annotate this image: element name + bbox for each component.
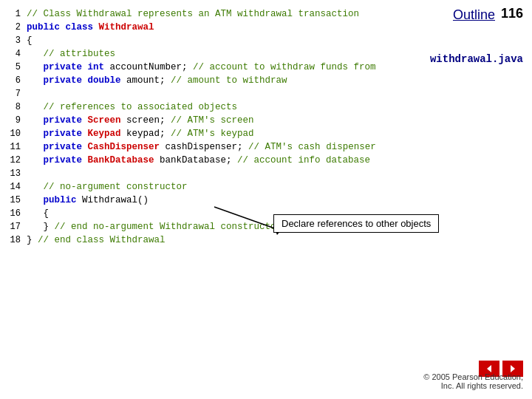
annotation-label: Declare references to other objects <box>273 214 439 233</box>
footer-line1: © 2005 Pearson Education, <box>423 372 523 381</box>
code-line-6: 6 private double amount; // amount to wi… <box>6 74 473 87</box>
footer-line2: Inc. All rights reserved. <box>423 381 523 390</box>
code-line-12: 12 private BankDatabase bankDatabase; //… <box>6 154 473 167</box>
svg-marker-3 <box>511 365 515 372</box>
code-line-10: 10 private Keypad keypad; // ATM's keypa… <box>6 127 473 140</box>
svg-line-0 <box>214 207 281 231</box>
annotation-area: Declare references to other objects <box>192 200 488 259</box>
code-line-2: 2 public class Withdrawal <box>6 21 473 34</box>
code-line-7: 7 <box>6 87 473 100</box>
code-line-3: 3 { <box>6 34 473 47</box>
code-line-13: 13 <box>6 167 473 180</box>
code-line-11: 11 private CashDispenser cashDispenser; … <box>6 140 473 154</box>
code-line-5: 5 private int accountNumber; // account … <box>6 61 473 74</box>
svg-marker-2 <box>487 365 491 372</box>
code-line-1: 1 // Class Withdrawal represents an ATM … <box>6 7 473 21</box>
code-line-4: 4 // attributes <box>6 47 473 61</box>
code-line-14: 14 // no-argument constructor <box>6 180 473 194</box>
code-line-8: 8 // references to associated objects <box>6 100 473 114</box>
page-number: 116 <box>501 6 523 21</box>
code-line-9: 9 private Screen screen; // ATM's screen <box>6 114 473 127</box>
footer: © 2005 Pearson Education, Inc. All right… <box>423 372 523 390</box>
